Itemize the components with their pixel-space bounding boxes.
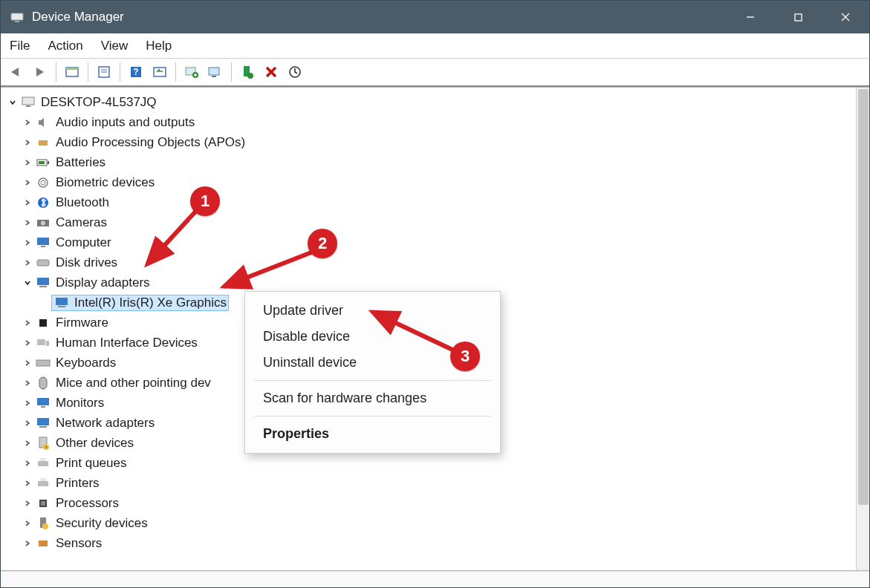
svg-rect-3 — [795, 14, 802, 21]
tree-label-selected: Intel(R) Iris(R) Xe Graphics — [74, 295, 227, 310]
show-hidden-button[interactable] — [61, 62, 83, 82]
chevron-down-icon[interactable] — [7, 97, 19, 108]
tree-item[interactable]: Security devices — [22, 513, 853, 533]
disable-device-button[interactable] — [260, 62, 282, 82]
annotation-badge-3: 3 — [450, 342, 480, 371]
tree-root-label: DESKTOP-4L537JQ — [41, 95, 157, 110]
annotation-arrow-2 — [215, 249, 319, 294]
chevron-right-icon[interactable] — [22, 377, 33, 389]
help-button[interactable]: ? — [125, 62, 147, 82]
tree-label: Processors — [56, 496, 119, 511]
svg-rect-43 — [39, 377, 47, 389]
tree-label: Security devices — [56, 516, 148, 531]
uninstall-driver-button[interactable] — [204, 62, 227, 82]
display-adapter-icon — [35, 275, 51, 290]
svg-rect-37 — [56, 298, 68, 305]
tree-label: Computer — [56, 235, 111, 250]
vertical-scrollbar[interactable] — [856, 88, 869, 570]
toolbar-separator — [56, 62, 56, 82]
svg-rect-35 — [37, 278, 49, 285]
tree-item[interactable]: Audio inputs and outputs — [22, 112, 853, 132]
tree-item[interactable]: Sensors — [22, 533, 853, 553]
svg-point-58 — [42, 523, 48, 529]
menu-view[interactable]: View — [101, 39, 129, 53]
tree-item[interactable]: Batteries — [22, 152, 853, 172]
svg-text:?: ? — [133, 67, 138, 77]
statusbar — [1, 571, 869, 587]
tree-panel: DESKTOP-4L537JQ Audio inputs and outputs… — [1, 87, 869, 571]
refresh-button[interactable] — [149, 62, 171, 82]
device-manager-window: Device Manager File Action View Help ? — [0, 0, 870, 588]
chevron-right-icon[interactable] — [22, 397, 33, 409]
ctx-separator — [254, 380, 491, 381]
annotation-arrow-1 — [138, 206, 205, 273]
update-driver-button[interactable] — [181, 62, 203, 82]
ctx-separator — [254, 416, 491, 416]
svg-rect-52 — [40, 458, 46, 461]
svg-rect-54 — [40, 478, 46, 481]
toolbar: ? — [1, 59, 869, 87]
chevron-right-icon[interactable] — [22, 157, 33, 169]
svg-rect-44 — [37, 398, 49, 405]
chevron-right-icon[interactable] — [22, 257, 33, 269]
tree-label: Audio Processing Objects (APOs) — [56, 135, 245, 150]
chevron-right-icon[interactable] — [22, 317, 33, 329]
chevron-right-icon[interactable] — [22, 117, 33, 128]
svg-rect-22 — [26, 105, 30, 107]
svg-rect-25 — [48, 161, 49, 164]
svg-rect-34 — [37, 260, 49, 266]
sensor-icon — [35, 536, 51, 551]
chevron-right-icon[interactable] — [22, 477, 33, 489]
enable-device-button[interactable] — [236, 62, 259, 82]
tree-item[interactable]: Biometric devices — [22, 172, 853, 192]
menu-action[interactable]: Action — [48, 39, 82, 53]
minimize-button[interactable] — [727, 1, 774, 33]
computer-node-icon — [20, 95, 36, 110]
chevron-right-icon[interactable] — [22, 237, 33, 249]
chevron-right-icon[interactable] — [22, 177, 33, 189]
svg-point-31 — [41, 220, 45, 225]
annotation-badge-1: 1 — [190, 186, 220, 216]
forward-button[interactable] — [29, 62, 51, 82]
svg-rect-21 — [22, 97, 34, 105]
chevron-right-icon[interactable] — [22, 197, 33, 209]
tree-item-display-adapters[interactable]: Display adapters — [22, 272, 853, 293]
chevron-right-icon[interactable] — [22, 217, 33, 229]
svg-rect-13 — [154, 68, 166, 76]
chevron-right-icon[interactable] — [22, 357, 33, 369]
chevron-right-icon[interactable] — [22, 457, 33, 469]
svg-rect-46 — [37, 418, 49, 425]
chevron-down-icon[interactable] — [22, 277, 33, 289]
svg-rect-17 — [212, 76, 216, 77]
tree-root[interactable]: DESKTOP-4L537JQ — [7, 92, 853, 112]
toolbar-separator — [231, 62, 232, 82]
annotation-badge-2: 2 — [308, 229, 337, 258]
app-icon — [10, 10, 25, 24]
menu-help[interactable]: Help — [146, 39, 172, 53]
close-button[interactable] — [822, 1, 869, 33]
chevron-right-icon[interactable] — [22, 337, 33, 349]
chevron-right-icon[interactable] — [22, 517, 33, 529]
chevron-right-icon[interactable] — [22, 497, 33, 509]
tree-item[interactable]: Audio Processing Objects (APOs) — [22, 132, 853, 152]
device-tree[interactable]: DESKTOP-4L537JQ Audio inputs and outputs… — [1, 88, 856, 570]
ctx-scan-hardware[interactable]: Scan for hardware changes — [245, 385, 500, 411]
chevron-right-icon[interactable] — [22, 137, 33, 148]
tree-item[interactable]: Printers — [22, 473, 853, 493]
tree-item[interactable]: Processors — [22, 493, 853, 513]
tree-label: Keyboards — [56, 356, 116, 370]
chevron-right-icon[interactable] — [22, 417, 33, 429]
chevron-right-icon[interactable] — [22, 437, 33, 449]
other-devices-icon: ? — [35, 436, 51, 451]
svg-rect-47 — [39, 426, 47, 428]
tree-label: Network adapters — [56, 416, 155, 431]
properties-button[interactable] — [93, 62, 115, 82]
tree-item[interactable]: Print queues — [22, 453, 853, 473]
chevron-right-icon[interactable] — [22, 538, 33, 549]
back-button[interactable] — [5, 62, 27, 82]
menu-file[interactable]: File — [10, 39, 30, 53]
maximize-button[interactable] — [774, 1, 822, 33]
scrollbar-thumb[interactable] — [858, 89, 869, 505]
scan-hardware-button[interactable] — [284, 62, 306, 82]
ctx-properties[interactable]: Properties — [245, 421, 500, 447]
